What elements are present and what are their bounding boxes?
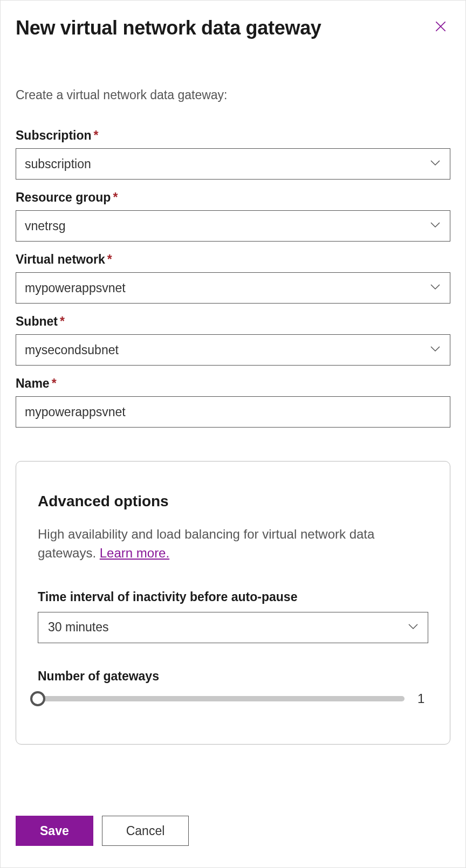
- close-button[interactable]: [432, 19, 449, 36]
- resource-group-label: Resource group*: [16, 190, 450, 205]
- gateways-value: 1: [417, 691, 428, 706]
- advanced-description: High availability and load balancing for…: [38, 525, 428, 563]
- close-icon: [434, 19, 448, 36]
- subscription-select[interactable]: subscription: [16, 148, 450, 180]
- resource-group-select[interactable]: vnetrsg: [16, 210, 450, 242]
- gateways-slider[interactable]: [38, 696, 405, 701]
- required-indicator: *: [52, 376, 57, 390]
- panel-subtitle: Create a virtual network data gateway:: [16, 88, 450, 102]
- name-input[interactable]: [16, 396, 450, 428]
- save-button[interactable]: Save: [16, 816, 93, 846]
- required-indicator: *: [113, 190, 118, 204]
- panel-title: New virtual network data gateway: [16, 17, 450, 39]
- virtual-network-select[interactable]: mypowerappsvnet: [16, 272, 450, 304]
- cancel-button[interactable]: Cancel: [102, 816, 189, 846]
- gateways-label: Number of gateways: [38, 669, 428, 684]
- subnet-label: Subnet*: [16, 314, 450, 329]
- advanced-options-section: Advanced options High availability and l…: [16, 461, 450, 745]
- subscription-label: Subscription*: [16, 128, 450, 143]
- inactivity-select[interactable]: 30 minutes: [38, 612, 428, 643]
- slider-thumb[interactable]: [30, 691, 45, 706]
- required-indicator: *: [60, 314, 65, 328]
- inactivity-label: Time interval of inactivity before auto-…: [38, 590, 428, 604]
- advanced-title: Advanced options: [38, 493, 428, 510]
- name-label: Name*: [16, 376, 450, 391]
- required-indicator: *: [107, 252, 112, 266]
- learn-more-link[interactable]: Learn more.: [100, 546, 169, 560]
- virtual-network-label: Virtual network*: [16, 252, 450, 267]
- required-indicator: *: [94, 128, 99, 142]
- subnet-select[interactable]: mysecondsubnet: [16, 334, 450, 366]
